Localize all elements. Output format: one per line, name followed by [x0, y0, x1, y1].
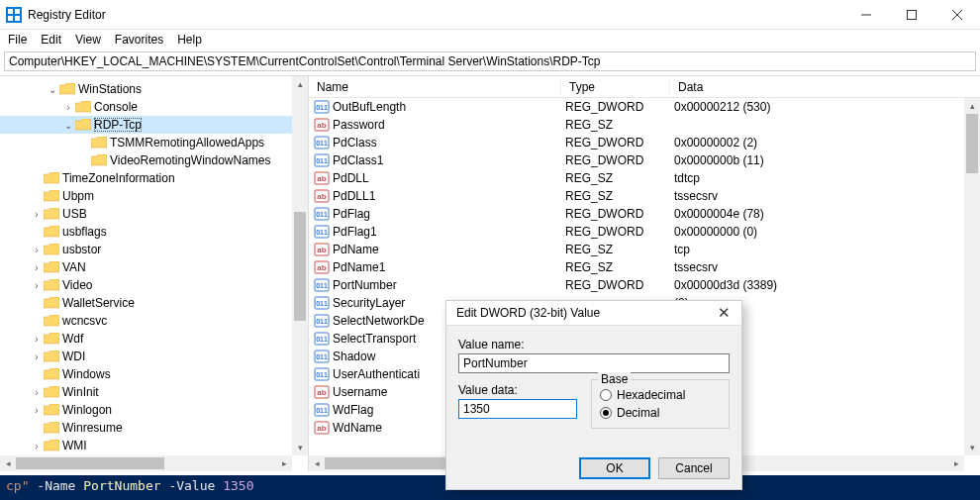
tree-item[interactable]: wcncsvc [0, 312, 292, 330]
ps-fragment: -Name [29, 478, 83, 493]
scroll-thumb[interactable] [294, 212, 306, 321]
value-name: Password [333, 118, 561, 132]
menu-favorites[interactable]: Favorites [115, 33, 163, 47]
dword-icon: 011 [313, 206, 331, 222]
value-name: OutBufLength [333, 100, 561, 114]
list-row[interactable]: 011PdClassREG_DWORD0x00000002 (2) [309, 134, 964, 151]
value-name: PdName1 [333, 260, 561, 274]
menu-file[interactable]: File [8, 33, 27, 47]
list-row[interactable]: abPdDLLREG_SZtdtcp [309, 169, 964, 187]
minimize-button[interactable] [843, 0, 889, 30]
tree-item[interactable]: ›Video [0, 276, 292, 294]
chevron-right-icon[interactable]: › [30, 262, 44, 273]
radio-hexadecimal[interactable]: Hexadecimal [600, 388, 721, 402]
svg-rect-6 [908, 10, 917, 19]
chevron-right-icon[interactable]: › [30, 334, 44, 345]
menu-edit[interactable]: Edit [41, 33, 61, 47]
tree-view[interactable]: ⌄WinStations›Console⌄RDP-TcpTSMMRemoting… [0, 76, 292, 455]
svg-text:011: 011 [316, 282, 328, 289]
chevron-right-icon[interactable]: › [30, 351, 44, 362]
tree-item-label: WDI [62, 350, 85, 363]
tree-item[interactable]: ›WMI [0, 437, 292, 454]
chevron-right-icon[interactable]: › [30, 245, 44, 255]
tree-item[interactable]: Winresume [0, 419, 292, 437]
tree-item[interactable]: ›usbstor [0, 241, 292, 258]
list-row[interactable]: abPasswordREG_SZ [309, 116, 964, 134]
scroll-down-icon[interactable]: ▾ [292, 440, 308, 455]
tree-item[interactable]: TSMMRemotingAllowedApps [0, 134, 292, 151]
tree-item[interactable]: ›Winlogon [0, 401, 292, 419]
scroll-left-icon[interactable]: ◂ [0, 455, 16, 471]
menu-view[interactable]: View [75, 33, 101, 47]
tree-item[interactable]: ⌄WinStations [0, 80, 292, 98]
close-button[interactable] [934, 0, 980, 30]
tree-item-label: Wdf [62, 332, 83, 346]
scroll-right-icon[interactable]: ▸ [948, 455, 964, 471]
radio-decimal[interactable]: Decimal [600, 406, 721, 420]
scroll-up-icon[interactable]: ▴ [964, 98, 980, 114]
tree-scrollbar-horizontal[interactable]: ◂ ▸ [0, 455, 292, 471]
chevron-down-icon[interactable]: ⌄ [61, 120, 75, 131]
tree-item[interactable]: ›WinInit [0, 383, 292, 401]
dword-icon: 011 [313, 366, 331, 382]
dword-icon: 011 [313, 224, 331, 240]
list-row[interactable]: abPdNameREG_SZtcp [309, 241, 964, 258]
tree-item[interactable]: VideoRemotingWindowNames [0, 151, 292, 169]
tree-item-label: Windows [62, 367, 111, 381]
tree-item[interactable]: ›USB [0, 205, 292, 223]
tree-item[interactable]: ›VAN [0, 258, 292, 276]
tree-item[interactable]: usbflags [0, 223, 292, 241]
ok-button[interactable]: OK [579, 457, 650, 479]
list-row[interactable]: 011PortNumberREG_DWORD0x00000d3d (3389) [309, 276, 964, 294]
chevron-right-icon[interactable]: › [30, 209, 44, 220]
tree-scrollbar-vertical[interactable]: ▴ ▾ [292, 76, 308, 455]
value-type: REG_DWORD [561, 100, 670, 114]
list-row[interactable]: 011PdFlagREG_DWORD0x0000004e (78) [309, 205, 964, 223]
tree-item[interactable]: ›Console [0, 98, 292, 116]
column-name[interactable]: Name [309, 80, 561, 94]
value-type: REG_DWORD [561, 225, 670, 239]
chevron-right-icon[interactable]: › [30, 441, 44, 451]
tree-item[interactable]: ›WDI [0, 348, 292, 365]
svg-text:011: 011 [316, 140, 328, 147]
value-name-field[interactable] [458, 353, 730, 373]
tree-item[interactable]: Ubpm [0, 187, 292, 205]
chevron-right-icon[interactable]: › [30, 280, 44, 291]
tree-item[interactable]: WalletService [0, 294, 292, 312]
dword-icon: 011 [313, 295, 331, 311]
scroll-up-icon[interactable]: ▴ [292, 76, 308, 92]
list-row[interactable]: 011OutBufLengthREG_DWORD0x00000212 (530) [309, 98, 964, 116]
tree-item-label: WinInit [62, 385, 99, 399]
dialog-close-button[interactable]: ✕ [712, 304, 735, 322]
list-scrollbar-vertical[interactable]: ▴ ▾ [964, 98, 980, 455]
list-row[interactable]: 011PdFlag1REG_DWORD0x00000000 (0) [309, 223, 964, 241]
list-row[interactable]: abPdName1REG_SZtssecsrv [309, 258, 964, 276]
folder-icon [44, 332, 59, 346]
address-bar[interactable]: Computer\HKEY_LOCAL_MACHINE\SYSTEM\Curre… [4, 51, 976, 71]
base-groupbox: Base Hexadecimal Decimal [591, 379, 730, 429]
cancel-button[interactable]: Cancel [658, 457, 730, 479]
svg-text:ab: ab [317, 388, 326, 397]
svg-text:ab: ab [317, 246, 326, 254]
column-type[interactable]: Type [561, 80, 670, 94]
tree-item[interactable]: Windows [0, 365, 292, 383]
tree-item[interactable]: ›Wdf [0, 330, 292, 348]
list-row[interactable]: 011PdClass1REG_DWORD0x0000000b (11) [309, 151, 964, 169]
chevron-right-icon[interactable]: › [61, 102, 75, 113]
value-data-field[interactable] [458, 399, 577, 419]
scroll-left-icon[interactable]: ◂ [309, 455, 325, 471]
tree-item-label: TimeZoneInformation [62, 171, 175, 185]
chevron-right-icon[interactable]: › [30, 405, 44, 416]
column-data[interactable]: Data [670, 80, 980, 94]
chevron-right-icon[interactable]: › [30, 387, 44, 398]
menu-help[interactable]: Help [177, 33, 202, 47]
chevron-down-icon[interactable]: ⌄ [46, 84, 59, 95]
tree-item[interactable]: TimeZoneInformation [0, 169, 292, 187]
scroll-thumb[interactable] [966, 114, 978, 173]
maximize-button[interactable] [889, 0, 934, 30]
scroll-down-icon[interactable]: ▾ [964, 440, 980, 455]
scroll-right-icon[interactable]: ▸ [276, 455, 292, 471]
list-row[interactable]: abPdDLL1REG_SZtssecsrv [309, 187, 964, 205]
scroll-thumb[interactable] [16, 457, 164, 469]
tree-item[interactable]: ⌄RDP-Tcp [0, 116, 292, 134]
